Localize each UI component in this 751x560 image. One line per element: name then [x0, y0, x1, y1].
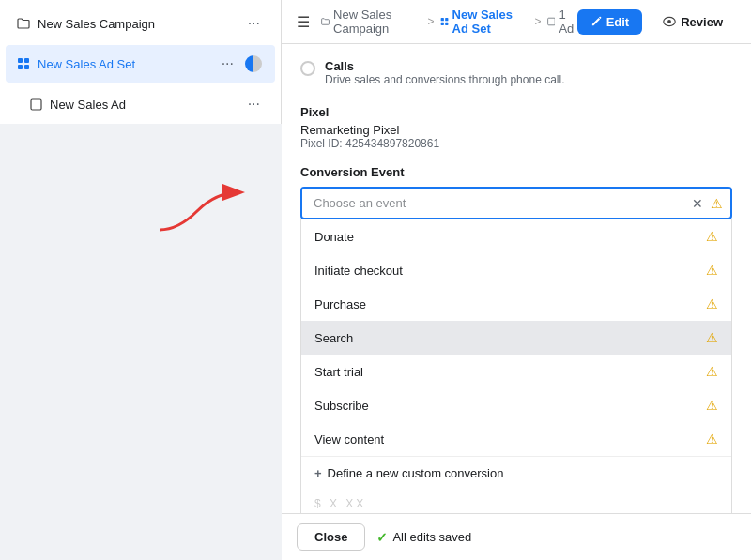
campaign-more-button[interactable]: ···: [244, 14, 264, 33]
search-warning-icon: ⚠: [706, 330, 718, 345]
event-initiate-checkout-label: Initiate checkout: [314, 264, 706, 278]
adset-actions: ···: [218, 53, 264, 74]
calls-section: Calls Drive sales and conversions throug…: [300, 59, 732, 86]
sidebar-item-ad-label: New Sales Ad: [50, 98, 244, 112]
event-donate-label: Donate: [314, 230, 706, 244]
arrow-indicator: [150, 183, 263, 239]
svg-rect-1: [24, 58, 29, 63]
calls-radio[interactable]: [300, 61, 315, 76]
event-list-inner: Donate ⚠ Initiate checkout ⚠ Purchase ⚠ …: [301, 219, 731, 456]
custom-conversion-label: Define a new custom conversion: [328, 466, 504, 480]
breadcrumb-adset-label: New Sales Ad Set: [452, 8, 529, 36]
subscribe-warning-icon: ⚠: [706, 398, 718, 413]
event-dropdown-wrapper: ✕ ⚠: [300, 187, 732, 219]
breadcrumb-folder-icon: [321, 16, 330, 27]
adset-toggle-button[interactable]: [243, 53, 264, 74]
nav-actions: Edit Review: [577, 9, 736, 35]
event-purchase-label: Purchase: [314, 297, 706, 311]
sidebar-item-ad[interactable]: New Sales Ad ···: [19, 86, 275, 122]
breadcrumb-ad-label: 1 Ad: [559, 8, 576, 36]
conversion-event-title: Conversion Event: [300, 165, 732, 179]
main-panel: ☰ New Sales Campaign > New Sales Ad Set …: [282, 0, 751, 560]
event-view-content-label: View content: [314, 432, 706, 446]
input-icons: ✕ ⚠: [690, 194, 723, 213]
view-content-warning-icon: ⚠: [706, 431, 718, 446]
plus-icon: +: [314, 466, 322, 480]
calls-title: Calls: [325, 59, 564, 73]
edit-button[interactable]: Edit: [577, 9, 643, 35]
close-button[interactable]: Close: [297, 523, 365, 551]
placeholder-dots: $ X XX: [301, 490, 731, 513]
svg-rect-6: [440, 18, 443, 21]
campaign-actions: ···: [244, 14, 264, 33]
custom-conversion-item[interactable]: + Define a new custom conversion: [301, 456, 731, 490]
file-icon: [30, 98, 42, 111]
pixel-id: Pixel ID: 425434897820861: [300, 137, 732, 150]
breadcrumb-campaign[interactable]: New Sales Campaign: [321, 8, 422, 36]
pixel-name: Remarketing Pixel: [300, 123, 732, 137]
ad-actions: ···: [244, 95, 264, 114]
event-item-view-content[interactable]: View content ⚠: [301, 422, 731, 456]
breadcrumb-ad[interactable]: 1 Ad: [547, 8, 577, 36]
ad-more-button[interactable]: ···: [244, 95, 264, 114]
svg-rect-9: [445, 23, 448, 25]
event-item-donate[interactable]: Donate ⚠: [301, 219, 731, 253]
half-circle-icon: [245, 55, 262, 72]
breadcrumb-adset[interactable]: New Sales Ad Set: [440, 8, 529, 36]
donate-warning-icon: ⚠: [706, 229, 718, 244]
sidebar-toggle-icon[interactable]: ☰: [297, 13, 310, 31]
check-icon: ✓: [376, 530, 388, 545]
sidebar-item-adset-label: New Sales Ad Set: [38, 57, 218, 71]
breadcrumb-file-icon: [547, 16, 556, 27]
event-subscribe-label: Subscribe: [314, 399, 706, 413]
event-search-input[interactable]: [302, 189, 730, 218]
pixel-section: Pixel Remarketing Pixel Pixel ID: 425434…: [300, 105, 732, 150]
svg-rect-7: [445, 18, 448, 21]
sidebar-item-adset[interactable]: New Sales Ad Set ···: [6, 45, 275, 83]
edit-button-label: Edit: [606, 15, 630, 29]
review-button-label: Review: [681, 15, 723, 29]
svg-rect-2: [18, 65, 23, 69]
footer: Close ✓ All edits saved: [282, 513, 751, 560]
event-start-trial-label: Start trial: [314, 365, 706, 379]
svg-point-12: [667, 20, 671, 23]
input-warning-icon: ⚠: [711, 196, 723, 211]
svg-rect-10: [547, 18, 555, 25]
sidebar: New Sales Campaign ··· New Sales Ad Set …: [0, 0, 282, 124]
svg-rect-0: [18, 58, 23, 63]
breadcrumb-campaign-label: New Sales Campaign: [333, 8, 421, 36]
adset-more-button[interactable]: ···: [218, 54, 238, 73]
event-item-initiate-checkout[interactable]: Initiate checkout ⚠: [301, 253, 731, 287]
breadcrumb-sep-3: >: [535, 15, 542, 28]
folder-icon: [17, 17, 30, 30]
breadcrumb-grid-icon: [440, 16, 449, 27]
event-item-purchase[interactable]: Purchase ⚠: [301, 287, 731, 321]
event-item-start-trial[interactable]: Start trial ⚠: [301, 355, 731, 388]
calls-text: Calls Drive sales and conversions throug…: [325, 59, 564, 86]
calls-description: Drive sales and conversions through phon…: [325, 73, 564, 86]
svg-rect-4: [31, 99, 41, 110]
breadcrumb: ☰ New Sales Campaign > New Sales Ad Set …: [297, 8, 577, 36]
pencil-icon: [590, 16, 602, 27]
sidebar-item-campaign-label: New Sales Campaign: [38, 17, 244, 31]
event-search-label: Search: [314, 331, 706, 345]
pixel-section-title: Pixel: [300, 105, 732, 119]
top-nav: ☰ New Sales Campaign > New Sales Ad Set …: [282, 0, 751, 44]
saved-status: ✓ All edits saved: [376, 530, 471, 545]
review-button[interactable]: Review: [650, 9, 736, 35]
conversion-event-section: Conversion Event ✕ ⚠ Donate ⚠ Initia: [300, 165, 732, 513]
event-item-search[interactable]: Search ⚠: [301, 321, 731, 355]
event-dropdown-list: Donate ⚠ Initiate checkout ⚠ Purchase ⚠ …: [300, 219, 732, 513]
svg-rect-3: [24, 65, 29, 69]
breadcrumb-sep-2: >: [428, 15, 435, 28]
grid-icon: [17, 57, 30, 70]
initiate-checkout-warning-icon: ⚠: [706, 263, 718, 278]
start-trial-warning-icon: ⚠: [706, 364, 718, 379]
purchase-warning-icon: ⚠: [706, 296, 718, 311]
sidebar-item-campaign[interactable]: New Sales Campaign ···: [6, 6, 275, 41]
event-item-subscribe[interactable]: Subscribe ⚠: [301, 388, 731, 422]
svg-rect-8: [440, 23, 443, 25]
eye-icon: [663, 16, 676, 27]
clear-input-button[interactable]: ✕: [690, 194, 705, 213]
content-area: Calls Drive sales and conversions throug…: [282, 44, 751, 513]
